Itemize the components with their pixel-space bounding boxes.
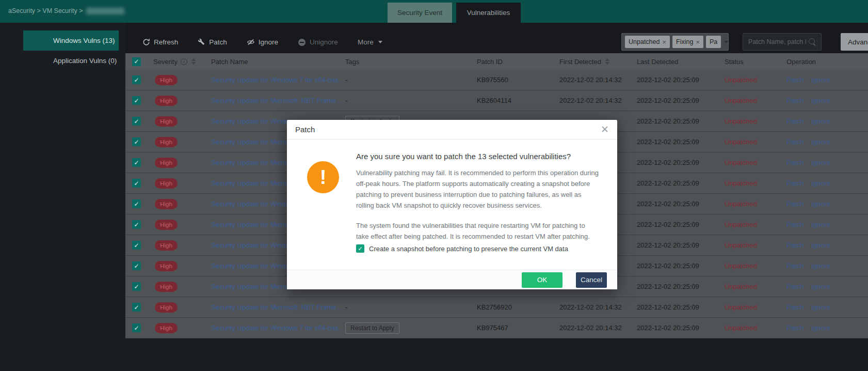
remove-chip-icon[interactable]: ×	[662, 39, 666, 45]
row-patch-link[interactable]: Patch	[786, 117, 803, 125]
row-ignore-link[interactable]: Ignore	[811, 159, 830, 166]
patch-name-link[interactable]: Security Update for Microso	[211, 283, 294, 290]
row-checkbox[interactable]: ✓	[132, 303, 141, 312]
close-icon[interactable]: ✕	[601, 125, 609, 134]
row-checkbox[interactable]: ✓	[132, 179, 141, 188]
row-patch-link[interactable]: Patch	[786, 241, 803, 249]
row-checkbox-cell: ✓	[125, 90, 149, 111]
severity-badge: High	[155, 158, 178, 168]
row-ignore-link[interactable]: Ignore	[811, 283, 830, 290]
status-filter-select[interactable]: Unpatched×Fixing×Pa	[621, 33, 729, 51]
tags-text: -	[345, 303, 347, 311]
status-text: Unpatched	[725, 241, 757, 249]
patch-name-link[interactable]: Security Update for Microsoft .NET Frame…	[211, 303, 341, 311]
table-footer-space	[125, 338, 868, 371]
patch-id-cell: KB975467	[473, 318, 555, 338]
row-ignore-link[interactable]: Ignore	[811, 200, 830, 208]
row-checkbox[interactable]: ✓	[132, 282, 141, 291]
row-checkbox[interactable]: ✓	[132, 117, 141, 126]
patch-name-link[interactable]: Security Update for Windows 7 for x64-ba…	[211, 324, 341, 332]
refresh-button[interactable]: Refresh	[142, 38, 178, 46]
col-patch-name: Patch Name	[207, 53, 341, 70]
row-checkbox[interactable]: ✓	[132, 323, 141, 332]
row-checkbox[interactable]: ✓	[132, 199, 141, 208]
patch-name-cell: Security Update for Windows 7 for x64-ba…	[207, 318, 341, 338]
row-ignore-link[interactable]: Ignore	[811, 179, 830, 187]
row-checkbox[interactable]: ✓	[132, 241, 141, 250]
row-ignore-link[interactable]: Ignore	[811, 241, 830, 249]
filter-chip[interactable]: Pa	[706, 36, 721, 48]
more-button[interactable]: More	[358, 38, 382, 46]
ignore-button[interactable]: Ignore	[247, 38, 278, 46]
snapshot-checkbox[interactable]: ✓	[356, 244, 364, 253]
row-patch-link[interactable]: Patch	[786, 303, 803, 311]
row-ignore-link[interactable]: Ignore	[811, 262, 830, 270]
row-patch-link[interactable]: Patch	[786, 262, 803, 270]
row-ignore-link[interactable]: Ignore	[811, 221, 830, 228]
row-checkbox[interactable]: ✓	[132, 75, 141, 84]
remove-chip-icon[interactable]: ×	[696, 39, 700, 45]
row-patch-link[interactable]: Patch	[786, 283, 803, 290]
patch-name-link[interactable]: Security Update for Window	[211, 241, 294, 249]
row-checkbox-cell: ✓	[125, 214, 149, 235]
dialog-body: ! Are you sure you want to patch the 13 …	[287, 140, 617, 270]
patch-button[interactable]: Patch	[198, 38, 227, 46]
status-text: Unpatched	[725, 138, 757, 146]
row-checkbox[interactable]: ✓	[132, 96, 141, 105]
row-ignore-link[interactable]: Ignore	[811, 76, 830, 84]
patch-name-link[interactable]: Security Update for Microso	[211, 221, 294, 228]
search-input[interactable]	[743, 38, 808, 45]
select-all-checkbox[interactable]: ✓	[132, 57, 141, 66]
row-checkbox[interactable]: ✓	[132, 158, 141, 167]
ok-button[interactable]: OK	[522, 272, 562, 288]
patch-name-link[interactable]: Security Update for Microso	[211, 159, 294, 166]
severity-cell: High	[149, 152, 207, 173]
col-tags: Tags	[341, 53, 473, 70]
severity-badge: High	[155, 282, 178, 292]
toolbar: Refresh Patch Ignore Unignore	[125, 23, 868, 53]
search-icon[interactable]	[808, 38, 816, 46]
last-detected-cell: 2022-12-02 20:25:09	[633, 132, 720, 152]
patch-name-link[interactable]: Security Update for Microso	[211, 179, 294, 187]
patch-name-link[interactable]: Security Update for Windows 7 for x64-ba…	[211, 76, 341, 84]
patch-name-link[interactable]: Security Update for Window	[211, 117, 294, 125]
chevron-down-icon[interactable]	[724, 41, 728, 43]
unignore-button[interactable]: Unignore	[298, 38, 338, 47]
patch-name-link[interactable]: Security Update for Microsoft .NET Frame…	[211, 97, 341, 104]
patch-name-link[interactable]: Security Update for Microso	[211, 138, 294, 146]
snapshot-option-row: ✓ Create a snapshot before patching to p…	[356, 244, 599, 253]
row-checkbox[interactable]: ✓	[132, 261, 141, 270]
sort-severity-icon[interactable]	[191, 58, 196, 65]
row-ignore-link[interactable]: Ignore	[811, 97, 830, 104]
row-patch-link[interactable]: Patch	[786, 76, 803, 84]
row-patch-link[interactable]: Patch	[786, 97, 803, 104]
sidebar-item-windows-vulns[interactable]: Windows Vulns (13)	[23, 30, 119, 51]
sort-first-detected-icon[interactable]	[605, 58, 609, 65]
row-ignore-link[interactable]: Ignore	[811, 324, 830, 332]
row-ignore-link[interactable]: Ignore	[811, 117, 830, 125]
patch-name-link[interactable]: Security Update for Window	[211, 262, 294, 270]
sidebar-item-application-vulns[interactable]: Application Vulns (0)	[23, 51, 119, 71]
severity-badge: High	[155, 137, 178, 147]
row-patch-link[interactable]: Patch	[786, 159, 803, 166]
cancel-button[interactable]: Cancel	[576, 272, 607, 288]
status-cell: Unpatched	[720, 194, 782, 214]
advanced-search-button[interactable]: Advanced	[841, 33, 868, 51]
row-ignore-link[interactable]: Ignore	[811, 138, 830, 146]
row-checkbox[interactable]: ✓	[132, 220, 141, 229]
filter-chip[interactable]: Unpatched×	[625, 36, 670, 48]
row-patch-link[interactable]: Patch	[786, 221, 803, 228]
row-patch-link[interactable]: Patch	[786, 138, 803, 146]
row-patch-link[interactable]: Patch	[786, 324, 803, 332]
patch-name-link[interactable]: Security Update for Window	[211, 200, 294, 208]
row-patch-link[interactable]: Patch	[786, 179, 803, 187]
row-patch-link[interactable]: Patch	[786, 200, 803, 208]
patch-id-cell: KB2756920	[473, 297, 555, 317]
row-checkbox[interactable]: ✓	[132, 137, 141, 146]
row-ignore-link[interactable]: Ignore	[811, 303, 830, 311]
tab-vulnerabilities[interactable]: Vulnerabilities	[456, 3, 521, 23]
breadcrumb-redacted-item	[86, 8, 124, 14]
tab-security-event[interactable]: Security Event	[388, 3, 452, 23]
filter-chip[interactable]: Fixing×	[672, 36, 703, 48]
row-checkbox-cell: ✓	[125, 297, 149, 317]
